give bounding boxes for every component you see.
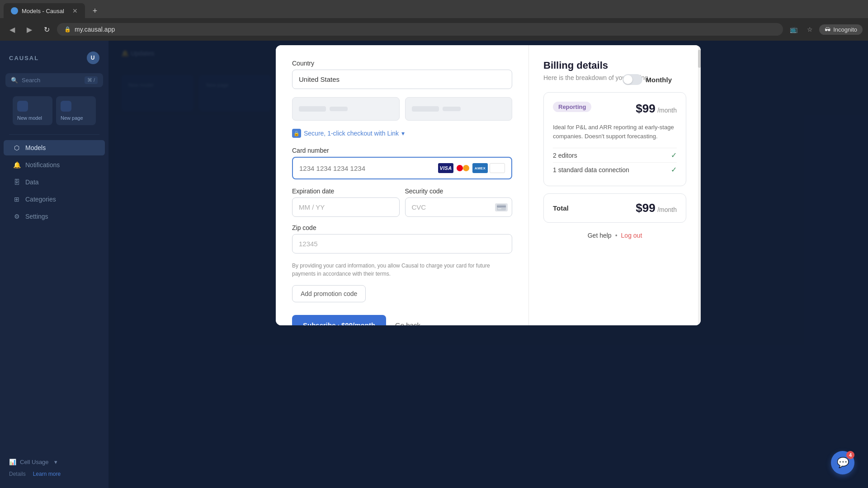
svg-rect-2 (498, 208, 501, 209)
tab-bar: Models - Causal ✕ + (0, 0, 868, 18)
expiry-col: Expiration date (292, 188, 400, 217)
sidebar-divider (9, 134, 99, 135)
chevron-down-icon: ▾ (54, 459, 57, 465)
help-row: Get help • Log out (543, 232, 686, 239)
monthly-toggle-switch[interactable] (623, 74, 642, 85)
sidebar-card-new-page[interactable]: New page (56, 96, 96, 125)
plan-feature-editors: 2 editors ✓ (553, 148, 677, 162)
monthly-toggle: Monthly (623, 74, 672, 85)
app-background: CAUSAL U 🔍 Search ⌘ / New model New page… (0, 41, 868, 488)
skeleton-boxes (292, 97, 512, 121)
sidebar-item-data[interactable]: 🗄 Data (4, 174, 105, 190)
sidebar-card-new-model[interactable]: New model (13, 96, 52, 125)
total-row: Total $99 /month (543, 193, 686, 223)
expiry-input[interactable] (292, 197, 400, 217)
action-row: Subscribe · $99/month Go back (292, 315, 512, 325)
zip-code-group: Zip code (292, 224, 512, 253)
skeleton-line-1 (299, 106, 326, 112)
promo-label: Add promotion code (301, 290, 357, 297)
expiry-label: Expiration date (292, 188, 400, 195)
bookmark-button[interactable]: ☆ (803, 23, 816, 36)
url-text: my.causal.app (75, 26, 115, 33)
go-back-link[interactable]: Go back (395, 321, 420, 325)
sidebar-bottom-links: Details Learn more (0, 471, 108, 481)
country-label: Country (292, 60, 512, 67)
cell-usage-label: Cell Usage (20, 459, 49, 465)
mastercard-icon (455, 163, 471, 173)
reload-button[interactable]: ↻ (40, 23, 53, 36)
feature-1-check: ✓ (671, 151, 677, 160)
monthly-label: Monthly (646, 76, 672, 84)
search-icon: 🔍 (11, 77, 18, 84)
sidebar-item-settings[interactable]: ⚙ Settings (4, 209, 105, 224)
secure-link[interactable]: 🔒 Secure, 1-click checkout with Link ▾ (292, 129, 512, 138)
cvc-col: Security code (405, 188, 513, 217)
go-back-label: Go back (395, 321, 420, 325)
card-input-wrapper: VISA AMEX (292, 157, 512, 179)
main-content: 🔔 Updates New model New page Country (108, 41, 868, 488)
new-tab-button[interactable]: + (89, 5, 101, 17)
skeleton-line-2 (412, 106, 439, 112)
sidebar-avatar[interactable]: U (87, 52, 99, 64)
modal-scroll-bar[interactable] (698, 45, 701, 325)
country-input[interactable] (292, 70, 512, 89)
modal-left-panel: Country (276, 45, 528, 325)
sidebar-card-group: New model New page (4, 94, 105, 127)
new-model-icon (17, 101, 28, 112)
fine-print-text: By providing your card information, you … (292, 262, 512, 278)
sidebar-search[interactable]: 🔍 Search ⌘ / (5, 73, 103, 87)
cvc-input-wrapper (405, 197, 513, 217)
models-icon: ⬡ (13, 144, 21, 152)
search-shortcut: ⌘ / (85, 76, 98, 84)
notifications-icon: 🔔 (13, 161, 21, 169)
dot-separator: • (615, 232, 618, 239)
sidebar-item-models[interactable]: ⬡ Models (4, 140, 105, 155)
sidebar-item-categories[interactable]: ⊞ Categories (4, 192, 105, 207)
zip-label: Zip code (292, 224, 512, 231)
incognito-icon: 🕶 (825, 26, 830, 33)
active-tab[interactable]: Models - Causal ✕ (4, 3, 85, 19)
chat-badge: 4 (846, 451, 854, 459)
cast-button[interactable]: 📺 (787, 23, 800, 36)
toggle-thumb (623, 75, 632, 84)
billing-title: Billing details (543, 60, 686, 71)
plan-price-wrapper: $99 /month (636, 102, 677, 116)
back-button[interactable]: ◀ (5, 23, 19, 36)
get-help-link[interactable]: Get help (588, 232, 612, 239)
tab-close-button[interactable]: ✕ (72, 7, 78, 14)
skeleton-box-2 (405, 97, 513, 121)
card-number-label: Card number (292, 147, 512, 154)
skeleton-line-sm-2 (443, 107, 461, 111)
plan-badge: Reporting (553, 102, 591, 112)
learn-more-link[interactable]: Learn more (33, 471, 61, 477)
country-field-group: Country (292, 60, 512, 89)
incognito-badge: 🕶 Incognito (819, 24, 863, 35)
categories-icon: ⊞ (13, 195, 21, 203)
amex-icon: AMEX (472, 163, 488, 173)
sidebar-item-notifications[interactable]: 🔔 Notifications (4, 157, 105, 173)
zip-input[interactable] (292, 234, 512, 253)
modal-scroll-thumb (698, 50, 701, 68)
plan-price-period: /month (657, 107, 677, 114)
add-promotion-code-button[interactable]: Add promotion code (292, 285, 366, 302)
log-out-link[interactable]: Log out (621, 232, 642, 239)
plan-price: $99 (636, 102, 655, 115)
forward-button[interactable]: ▶ (23, 23, 36, 36)
nav-bar: ◀ ▶ ↻ 🔒 my.causal.app 📺 ☆ 🕶 Incognito (0, 18, 868, 41)
sidebar-cell-usage[interactable]: 📊 Cell Usage ▾ (0, 455, 108, 469)
plan-badge-wrapper: Reporting (553, 102, 591, 117)
sidebar-label-data: Data (25, 178, 39, 186)
card-number-input[interactable] (299, 164, 434, 172)
card-icons: VISA AMEX (438, 163, 505, 173)
tab-title: Models - Causal (22, 8, 64, 14)
svg-rect-1 (497, 206, 506, 207)
chat-button[interactable]: 💬 4 (831, 451, 854, 474)
modal-right-inner: Monthly Billing details Here is the brea… (543, 60, 686, 239)
details-link[interactable]: Details (9, 471, 26, 477)
lock-icon: 🔒 (292, 129, 301, 138)
lock-icon: 🔒 (64, 26, 71, 33)
settings-icon: ⚙ (13, 212, 21, 221)
address-bar[interactable]: 🔒 my.causal.app (57, 23, 783, 36)
new-model-label: New model (17, 115, 48, 121)
subscribe-button[interactable]: Subscribe · $99/month (292, 315, 386, 325)
